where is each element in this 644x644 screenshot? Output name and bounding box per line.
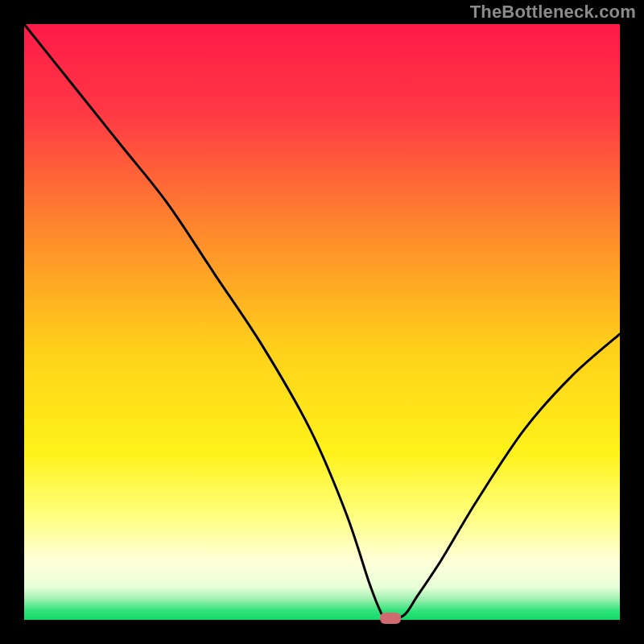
watermark-text: TheBottleneck.com xyxy=(470,2,636,23)
optimal-marker xyxy=(380,613,401,624)
bottleneck-chart xyxy=(0,0,644,644)
plot-background xyxy=(24,24,620,620)
chart-frame: TheBottleneck.com xyxy=(0,0,644,644)
